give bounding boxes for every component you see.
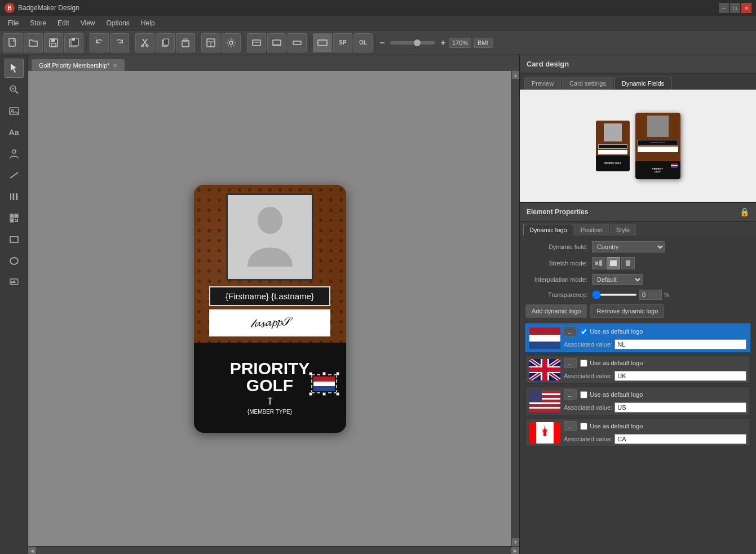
canvas-scrollbar-h[interactable]: ◀ ▶ bbox=[28, 546, 519, 554]
svg-rect-39 bbox=[13, 193, 14, 200]
logo-default-checkbox-nl[interactable] bbox=[580, 328, 587, 335]
scroll-down-button[interactable]: ▼ bbox=[512, 538, 520, 546]
logo-edit-button-nl[interactable]: ... bbox=[564, 326, 577, 336]
menu-store[interactable]: Store bbox=[24, 17, 52, 29]
transparency-slider[interactable] bbox=[592, 294, 637, 296]
sep1 bbox=[86, 35, 87, 51]
save-button[interactable] bbox=[44, 33, 63, 52]
logo-entry-uk[interactable]: ... Use as default logo Associated value… bbox=[525, 355, 750, 384]
ol-button[interactable]: OL bbox=[353, 33, 373, 52]
scroll-track-v[interactable] bbox=[512, 79, 519, 538]
document-tab[interactable]: Golf Priority Membership* ✕ bbox=[32, 59, 125, 71]
line-tool[interactable] bbox=[5, 166, 24, 185]
svg-rect-51 bbox=[15, 221, 16, 222]
new-button[interactable] bbox=[3, 33, 23, 52]
canvas-scrollbar-v[interactable]: ▲ ▼ bbox=[511, 71, 519, 546]
logo-assoc-input-ca[interactable] bbox=[614, 434, 746, 444]
minimize-button[interactable]: ─ bbox=[719, 3, 729, 13]
logo-entry-nl[interactable]: ... Use as default logo Associated value… bbox=[525, 323, 750, 352]
tab-position[interactable]: Position bbox=[574, 224, 609, 236]
card-front-button[interactable] bbox=[247, 33, 266, 52]
main-layout: Aa Golf Priority Membership* ✕ bbox=[0, 55, 756, 554]
scroll-left-button[interactable]: ◀ bbox=[28, 547, 36, 554]
canvas-container[interactable]: {Firstname} {Lastname} 𝓁𝓪𝓼𝓪𝓹𝓹𝒮 PRIORITY … bbox=[28, 71, 511, 546]
stretch-btn-3[interactable] bbox=[621, 257, 635, 269]
bmi-button[interactable]: BMI bbox=[474, 38, 493, 48]
image-tool[interactable] bbox=[5, 101, 24, 121]
rectangle-tool[interactable] bbox=[5, 230, 24, 249]
tab-dynamic-logo[interactable]: Dynamic logo bbox=[523, 224, 573, 236]
barcode-tool[interactable] bbox=[5, 187, 24, 206]
ellipse-tool[interactable] bbox=[5, 251, 24, 271]
logo-entry-us[interactable]: ... Use as default logo Associated value… bbox=[525, 387, 750, 415]
logo-entry-ca[interactable]: ... Use as default logo Associated value… bbox=[525, 418, 750, 447]
redo-button[interactable] bbox=[110, 33, 129, 52]
logo-assoc-input-uk[interactable] bbox=[614, 371, 746, 381]
menu-edit[interactable]: Edit bbox=[52, 17, 75, 29]
logo-default-checkbox-uk[interactable] bbox=[580, 360, 587, 367]
tab-preview[interactable]: Preview bbox=[524, 77, 561, 90]
table-button[interactable] bbox=[201, 33, 220, 52]
undo-button[interactable] bbox=[90, 33, 109, 52]
svg-rect-64 bbox=[626, 260, 630, 266]
strip-button[interactable] bbox=[288, 33, 307, 52]
menu-view[interactable]: View bbox=[75, 17, 101, 29]
menu-options[interactable]: Options bbox=[101, 17, 135, 29]
copy-button[interactable] bbox=[156, 33, 175, 52]
text-tool[interactable]: Aa bbox=[5, 123, 24, 142]
sp-button[interactable]: SP bbox=[333, 33, 352, 52]
stretch-btn-1[interactable] bbox=[592, 257, 605, 269]
landscape-button[interactable] bbox=[313, 33, 332, 52]
cut-button[interactable] bbox=[135, 33, 154, 52]
dynamic-logo-tool[interactable] bbox=[5, 273, 24, 292]
select-tool[interactable] bbox=[5, 59, 24, 78]
save-all-button[interactable] bbox=[64, 33, 83, 52]
interpolation-label: Interpolation mode: bbox=[525, 276, 587, 283]
tab-style[interactable]: Style bbox=[610, 224, 636, 236]
remove-dynamic-logo-button[interactable]: Remove dynamic logo bbox=[590, 304, 664, 318]
svg-rect-63 bbox=[610, 260, 617, 266]
svg-point-60 bbox=[258, 207, 282, 234]
zoom-slider[interactable] bbox=[390, 41, 435, 45]
maximize-button[interactable]: □ bbox=[730, 3, 740, 13]
logo-edit-button-ca[interactable]: ... bbox=[564, 421, 577, 431]
settings-button[interactable] bbox=[222, 33, 241, 52]
interpolation-select[interactable]: Default Linear Cubic bbox=[592, 274, 643, 285]
dynamic-field-select[interactable]: Country Firstname Lastname Member Type bbox=[592, 241, 665, 252]
add-dynamic-logo-button[interactable]: Add dynamic logo bbox=[525, 304, 587, 318]
logo-assoc-label-us: Associated value: bbox=[564, 404, 612, 411]
tab-dynamic-fields[interactable]: Dynamic Fields bbox=[614, 77, 671, 90]
tab-close-button[interactable]: ✕ bbox=[113, 63, 117, 69]
card-photo-box bbox=[226, 193, 313, 281]
menu-file[interactable]: File bbox=[2, 17, 24, 29]
person-tool[interactable] bbox=[5, 144, 24, 163]
menu-help[interactable]: Help bbox=[135, 17, 161, 29]
logo-default-checkbox-us[interactable] bbox=[580, 391, 587, 398]
scroll-right-button[interactable]: ▶ bbox=[511, 547, 519, 554]
logo-edit-button-us[interactable]: ... bbox=[564, 389, 577, 400]
logo-edit-button-uk[interactable]: ... bbox=[564, 358, 577, 368]
scroll-track-h[interactable] bbox=[36, 547, 511, 554]
svg-rect-52 bbox=[16, 220, 18, 222]
paste-button[interactable] bbox=[176, 33, 195, 52]
svg-rect-2 bbox=[51, 39, 55, 42]
window-controls[interactable]: ─ □ ✕ bbox=[719, 3, 751, 13]
transparency-input[interactable] bbox=[639, 290, 662, 300]
zoom-tool[interactable] bbox=[5, 80, 24, 99]
scroll-up-button[interactable]: ▲ bbox=[512, 71, 520, 79]
card-back-button[interactable] bbox=[267, 33, 286, 52]
logo-assoc-input-us[interactable] bbox=[614, 402, 746, 413]
titlebar: B BadgeMaker Design ─ □ ✕ bbox=[0, 0, 756, 16]
svg-line-30 bbox=[15, 91, 18, 94]
dynamic-field-label: Dynamic field: bbox=[525, 243, 587, 250]
close-button[interactable]: ✕ bbox=[741, 3, 751, 13]
open-button[interactable] bbox=[24, 33, 43, 52]
panel-tabs: Preview Card settings Dynamic Fields bbox=[520, 73, 756, 90]
action-buttons: Add dynamic logo Remove dynamic logo bbox=[525, 304, 750, 318]
canvas-area: Golf Priority Membership* ✕ bbox=[28, 55, 519, 554]
tab-card-settings[interactable]: Card settings bbox=[562, 77, 613, 90]
qr-tool[interactable] bbox=[5, 209, 24, 228]
logo-default-checkbox-ca[interactable] bbox=[580, 423, 587, 430]
logo-assoc-input-nl[interactable] bbox=[614, 339, 746, 349]
stretch-btn-2[interactable] bbox=[607, 257, 620, 269]
